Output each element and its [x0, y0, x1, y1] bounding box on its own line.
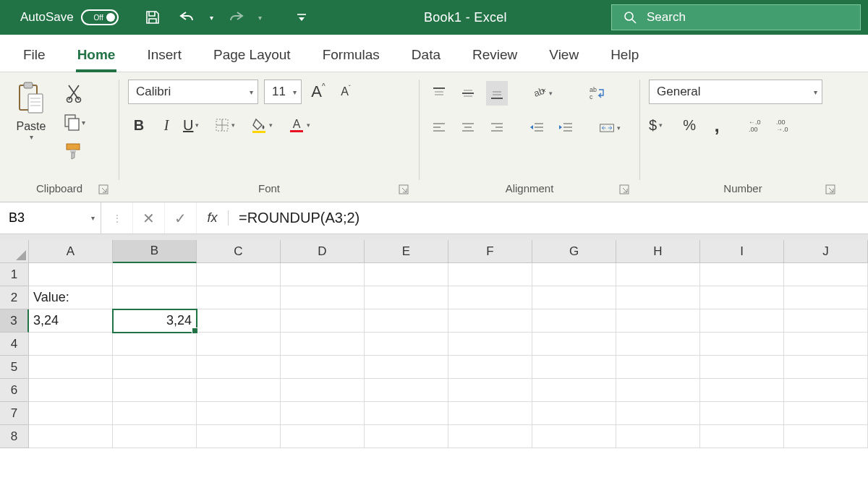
tab-home[interactable]: Home [76, 40, 117, 72]
cell-b7[interactable] [113, 402, 197, 425]
increase-decimal-button[interactable]: ←.0.00 [746, 113, 768, 137]
row-header-1[interactable]: 1 [0, 263, 29, 286]
row-header-2[interactable]: 2 [0, 286, 29, 309]
customize-qat-button[interactable] [289, 5, 314, 30]
cell-d4[interactable] [281, 333, 365, 356]
paste-dropdown-icon[interactable]: ▾ [30, 133, 33, 141]
cell-e8[interactable] [365, 425, 448, 448]
cell-g4[interactable] [532, 333, 616, 356]
cell-f1[interactable] [448, 263, 532, 286]
name-box[interactable]: B3 ▾ [0, 202, 101, 234]
cell-c3[interactable] [197, 309, 281, 333]
align-bottom-button[interactable] [486, 81, 508, 106]
cell-i6[interactable] [700, 379, 784, 402]
cut-button[interactable] [59, 81, 88, 106]
tab-formulas[interactable]: Formulas [321, 40, 381, 72]
cell-h6[interactable] [616, 379, 700, 402]
column-header-c[interactable]: C [197, 240, 281, 263]
cell-j8[interactable] [784, 425, 868, 448]
cell-a2[interactable]: Value: [29, 286, 113, 309]
cell-h4[interactable] [616, 333, 700, 356]
font-color-button[interactable]: A▾ [289, 113, 320, 137]
cell-g2[interactable] [532, 286, 616, 309]
worksheet-grid[interactable]: A B C D E F G H I J 1 2 Value: 3 3,243,2… [0, 240, 868, 448]
cell-c1[interactable] [197, 263, 281, 286]
format-painter-button[interactable] [59, 139, 88, 163]
alignment-dialog-launcher[interactable] [619, 184, 631, 196]
cell-b6[interactable] [113, 379, 197, 402]
align-top-button[interactable] [428, 81, 450, 106]
cell-g1[interactable] [532, 263, 616, 286]
align-right-button[interactable] [486, 116, 508, 140]
cell-f4[interactable] [448, 333, 532, 356]
paste-button[interactable]: Paste ▾ [9, 80, 54, 179]
fx-label[interactable]: fx [197, 210, 229, 226]
cell-a1[interactable] [29, 263, 113, 286]
cell-j5[interactable] [784, 356, 868, 379]
cell-b5[interactable] [113, 356, 197, 379]
column-header-a[interactable]: A [29, 240, 113, 263]
cell-d1[interactable] [281, 263, 365, 286]
cell-d8[interactable] [281, 425, 365, 448]
accounting-format-button[interactable]: $▾ [649, 113, 673, 137]
formula-options-button[interactable]: ⋮ [101, 202, 133, 234]
cell-d7[interactable] [281, 402, 365, 425]
search-input[interactable]: Search [611, 4, 861, 30]
cell-j6[interactable] [784, 379, 868, 402]
cell-b4[interactable] [113, 333, 197, 356]
cell-h1[interactable] [616, 263, 700, 286]
row-header-8[interactable]: 8 [0, 425, 29, 448]
bold-button[interactable]: B [128, 113, 150, 137]
font-name-combo[interactable]: Calibri ▾ [128, 80, 258, 104]
cell-i3[interactable] [700, 309, 784, 333]
align-left-button[interactable] [428, 116, 450, 140]
tab-review[interactable]: Review [471, 40, 519, 72]
cell-g5[interactable] [532, 356, 616, 379]
column-header-b[interactable]: B [113, 240, 197, 263]
decrease-font-button[interactable]: Aˇ [335, 80, 357, 104]
cell-i8[interactable] [700, 425, 784, 448]
cell-d6[interactable] [281, 379, 365, 402]
cell-a3[interactable]: 3,24 [29, 309, 113, 333]
cell-h5[interactable] [616, 356, 700, 379]
align-center-button[interactable] [457, 116, 479, 140]
merge-center-button[interactable]: ▾ [599, 116, 631, 140]
column-header-d[interactable]: D [281, 240, 365, 263]
cell-j2[interactable] [784, 286, 868, 309]
cell-g8[interactable] [532, 425, 616, 448]
cell-g6[interactable] [532, 379, 616, 402]
cell-e2[interactable] [365, 286, 448, 309]
number-dialog-launcher[interactable] [825, 184, 837, 196]
orientation-button[interactable]: ab▾ [531, 81, 563, 106]
cell-e3[interactable] [365, 309, 448, 333]
italic-button[interactable]: I [156, 113, 177, 137]
tab-view[interactable]: View [548, 40, 580, 72]
cell-h3[interactable] [616, 309, 700, 333]
increase-indent-button[interactable] [555, 116, 576, 140]
decrease-indent-button[interactable] [526, 116, 548, 140]
autosave-toggle[interactable]: AutoSave Off [0, 9, 127, 25]
cell-g7[interactable] [532, 402, 616, 425]
cell-d2[interactable] [281, 286, 365, 309]
row-header-6[interactable]: 6 [0, 379, 29, 402]
cell-e4[interactable] [365, 333, 448, 356]
toggle-switch[interactable]: Off [81, 9, 119, 25]
select-all-button[interactable] [0, 240, 29, 263]
tab-insert[interactable]: Insert [145, 40, 183, 72]
cell-j1[interactable] [784, 263, 868, 286]
cell-a6[interactable] [29, 379, 113, 402]
copy-button[interactable]: ▾ [59, 110, 88, 134]
font-dialog-launcher[interactable] [399, 184, 410, 196]
column-header-j[interactable]: J [784, 240, 868, 263]
formula-input[interactable]: =ROUNDUP(A3;2) [229, 202, 868, 234]
cell-e5[interactable] [365, 356, 448, 379]
tab-data[interactable]: Data [410, 40, 442, 72]
align-middle-button[interactable] [457, 81, 479, 106]
cell-f6[interactable] [448, 379, 532, 402]
cell-b3[interactable]: 3,24 [113, 309, 197, 333]
cell-c6[interactable] [197, 379, 281, 402]
cell-f7[interactable] [448, 402, 532, 425]
column-header-f[interactable]: F [448, 240, 532, 263]
decrease-decimal-button[interactable]: .00→.0 [774, 113, 796, 137]
cell-c5[interactable] [197, 356, 281, 379]
